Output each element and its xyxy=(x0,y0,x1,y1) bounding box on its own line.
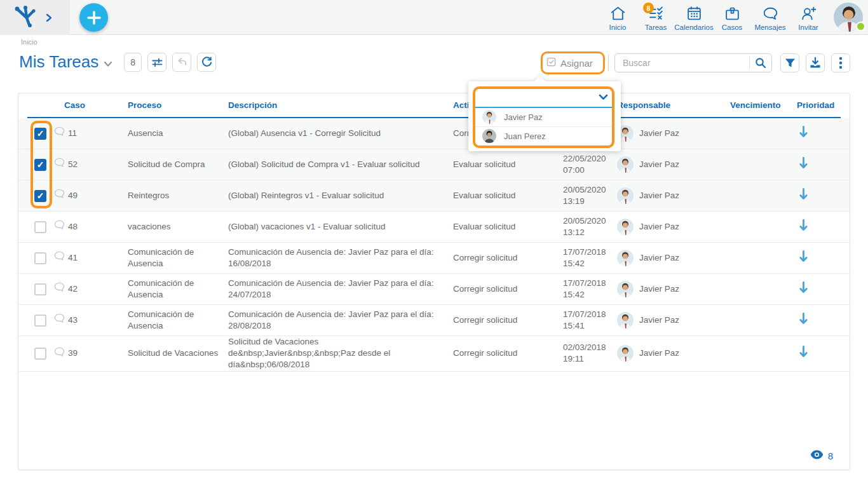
assignee-option-javier-paz[interactable]: Javier Paz xyxy=(474,108,614,127)
nav-label: Invitar xyxy=(798,24,818,31)
breadcrumb[interactable]: Inicio xyxy=(21,38,37,46)
avatar xyxy=(617,219,634,235)
comment-icon[interactable] xyxy=(54,313,65,327)
case-number: 43 xyxy=(68,315,128,326)
row-checkbox[interactable] xyxy=(34,159,46,171)
assignee-option-juan-perez[interactable]: Juan Perez xyxy=(474,127,614,146)
row-checkbox[interactable] xyxy=(34,283,46,295)
responsible-name: Javier Paz xyxy=(639,128,679,139)
row-checkbox[interactable] xyxy=(34,348,46,360)
priority-low-icon xyxy=(799,317,808,327)
comment-icon[interactable] xyxy=(54,158,65,171)
table-row[interactable]: 52 Solicitud de Compra (Global) Solicitu… xyxy=(18,149,850,180)
comment-icon[interactable] xyxy=(54,251,65,264)
avatar xyxy=(617,187,634,204)
responsible-cell: Javier Paz xyxy=(617,156,712,173)
table-row[interactable]: 43 Comunicación de Ausencia Comunicación… xyxy=(18,305,850,336)
assign-checkbox-icon xyxy=(546,57,556,69)
task-date: 17/07/2018 15:42 xyxy=(544,247,617,269)
avatar xyxy=(617,281,634,297)
top-bar: Inicio 8 Tareas xyxy=(0,0,868,35)
nav-item-inicio[interactable]: Inicio xyxy=(599,3,637,31)
priority-low-icon xyxy=(799,130,808,140)
comment-icon[interactable] xyxy=(54,347,65,360)
row-checkbox[interactable] xyxy=(34,190,46,202)
task-description: (Global) Ausencia v1 - Corregir Solicitu… xyxy=(228,128,453,139)
comment-icon[interactable] xyxy=(54,282,65,295)
filter-button[interactable] xyxy=(780,53,799,72)
assign-button-label: Asignar xyxy=(560,58,593,69)
popover-caret xyxy=(534,76,545,87)
nav-label: Inicio xyxy=(609,24,627,31)
table-row[interactable]: 48 vacaciones (Global) vacaciones v1 - E… xyxy=(18,212,850,243)
activity-name: Evaluar solicitud xyxy=(453,221,544,233)
table-header: Caso Proceso Descripción Actividad Respo… xyxy=(18,93,850,117)
page-title[interactable]: Mis Tareas xyxy=(19,52,98,72)
activity-name: Evaluar solicitud xyxy=(453,190,544,201)
nav-label: Calendarios xyxy=(674,24,713,31)
nav-label: Tareas xyxy=(645,24,667,31)
search-input[interactable] xyxy=(615,58,749,68)
assignee-select[interactable] xyxy=(474,87,614,108)
col-header-proceso[interactable]: Proceso xyxy=(128,100,228,110)
col-header-prioridad[interactable]: Prioridad xyxy=(779,100,850,110)
table-row[interactable]: 42 Comunicación de Ausencia Comunicación… xyxy=(18,274,850,305)
table-row[interactable]: 49 Reintegros (Global) Reintegros v1 - E… xyxy=(18,180,850,212)
table-row[interactable]: 11 Ausencia (Global) Ausencia v1 - Corre… xyxy=(18,118,850,149)
home-icon xyxy=(609,5,627,22)
invite-user-icon xyxy=(800,5,817,22)
process-name: Solicitud de Compra xyxy=(128,159,228,170)
nav-item-casos[interactable]: Casos xyxy=(713,3,751,31)
title-chevron-down-icon[interactable] xyxy=(104,58,112,70)
assign-button[interactable]: Asignar xyxy=(546,55,593,71)
nav-label: Mensajes xyxy=(754,24,785,31)
nav-item-mensajes[interactable]: Mensajes xyxy=(751,3,789,31)
responsible-cell: Javier Paz xyxy=(617,187,712,204)
task-description: (Global) Solicitud de Compra v1 - Evalua… xyxy=(228,159,453,170)
case-number: 41 xyxy=(68,252,128,264)
search-button[interactable] xyxy=(750,54,771,72)
responsible-name: Javier Paz xyxy=(639,190,679,201)
nav-item-calendarios[interactable]: Calendarios xyxy=(675,3,713,31)
view-settings-button[interactable] xyxy=(147,53,166,72)
responsible-cell: Javier Paz xyxy=(617,125,712,142)
chat-bubble-icon xyxy=(762,5,779,22)
more-options-button[interactable] xyxy=(831,53,850,72)
nav-item-invitar[interactable]: Invitar xyxy=(789,3,827,31)
new-case-button[interactable] xyxy=(79,3,108,32)
expand-menu-chevron-icon[interactable] xyxy=(46,13,52,22)
task-description: Solicitud de Vacaciones de&nbsp;Javier&n… xyxy=(228,336,453,371)
reassign-button[interactable] xyxy=(172,53,191,72)
row-checkbox[interactable] xyxy=(34,128,46,140)
table-row[interactable]: 41 Comunicación de Ausencia Comunicación… xyxy=(18,243,850,274)
col-header-caso[interactable]: Caso xyxy=(64,100,128,110)
flokzu-logo-icon[interactable] xyxy=(13,5,37,30)
row-checkbox[interactable] xyxy=(34,252,46,264)
refresh-button[interactable] xyxy=(197,53,216,72)
case-number: 42 xyxy=(68,283,128,295)
avatar xyxy=(617,156,634,173)
process-name: Reintegros xyxy=(128,190,228,201)
comment-icon[interactable] xyxy=(54,220,65,233)
visible-eye-icon xyxy=(810,450,824,462)
col-header-vencimiento[interactable]: Vencimiento xyxy=(712,100,779,110)
table-row[interactable]: 39 Solicitud de Vacaciones Solicitud de … xyxy=(18,336,850,372)
download-button[interactable] xyxy=(806,53,825,72)
responsible-cell: Javier Paz xyxy=(617,219,712,235)
row-checkbox[interactable] xyxy=(34,315,46,327)
comment-icon[interactable] xyxy=(54,189,65,202)
priority-low-icon xyxy=(799,161,808,171)
row-checkbox[interactable] xyxy=(34,221,46,233)
tasks-count-badge: 8 xyxy=(643,3,654,13)
priority-low-icon xyxy=(799,255,808,264)
priority-low-icon xyxy=(799,193,808,202)
nav-item-tareas[interactable]: 8 Tareas xyxy=(637,3,675,31)
case-number: 52 xyxy=(68,159,128,170)
responsible-name: Javier Paz xyxy=(639,283,679,295)
task-date: 17/07/2018 15:42 xyxy=(544,278,617,301)
logo-box xyxy=(0,0,70,35)
comment-icon[interactable] xyxy=(54,126,65,140)
col-header-responsable[interactable]: Responsable xyxy=(617,100,712,110)
col-header-descripcion[interactable]: Descripción xyxy=(228,100,453,110)
card-footer: 8 xyxy=(810,450,833,462)
